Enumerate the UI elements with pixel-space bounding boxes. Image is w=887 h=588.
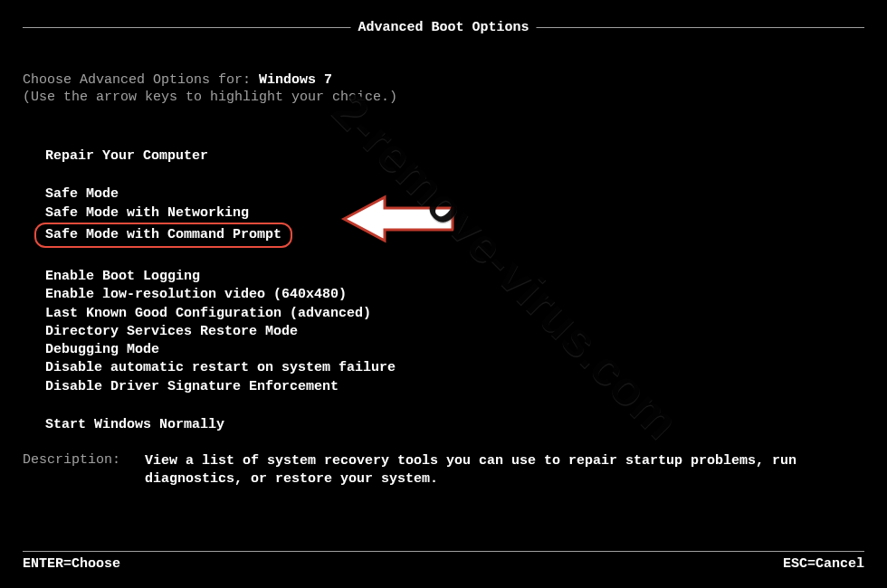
menu-disable-driver-sig[interactable]: Disable Driver Signature Enforcement <box>45 378 864 396</box>
bottom-border <box>23 551 864 552</box>
menu-boot-logging[interactable]: Enable Boot Logging <box>45 268 864 286</box>
highlight-ring: Safe Mode with Command Prompt <box>34 223 292 248</box>
menu-low-res-video[interactable]: Enable low-resolution video (640x480) <box>45 286 864 304</box>
os-name: Windows 7 <box>259 72 332 88</box>
footer-enter-hint: ENTER=Choose <box>23 556 120 572</box>
footer-esc-hint: ESC=Cancel <box>783 556 864 572</box>
description-text: View a list of system recovery tools you… <box>145 452 864 489</box>
description-label: Description: <box>23 452 145 489</box>
menu-ds-restore[interactable]: Directory Services Restore Mode <box>45 323 864 341</box>
content-area: Choose Advanced Options for: Windows 7 (… <box>23 45 864 543</box>
boot-options-screen: Advanced Boot Options Choose Advanced Op… <box>0 0 887 588</box>
description-row: Description: View a list of system recov… <box>23 452 864 489</box>
menu-disable-auto-restart[interactable]: Disable automatic restart on system fail… <box>45 359 864 377</box>
prompt-label: Choose Advanced Options for: <box>23 72 259 88</box>
choose-prompt: Choose Advanced Options for: Windows 7 <box>23 72 864 88</box>
screen-title: Advanced Boot Options <box>350 20 536 35</box>
menu-debugging[interactable]: Debugging Mode <box>45 341 864 359</box>
menu-start-normally[interactable]: Start Windows Normally <box>45 416 864 434</box>
footer-bar: ENTER=Choose ESC=Cancel <box>23 556 864 572</box>
arrow-keys-hint: (Use the arrow keys to highlight your ch… <box>23 90 864 105</box>
menu-repair-computer[interactable]: Repair Your Computer <box>45 147 864 166</box>
menu-last-known-good[interactable]: Last Known Good Configuration (advanced) <box>45 305 864 323</box>
